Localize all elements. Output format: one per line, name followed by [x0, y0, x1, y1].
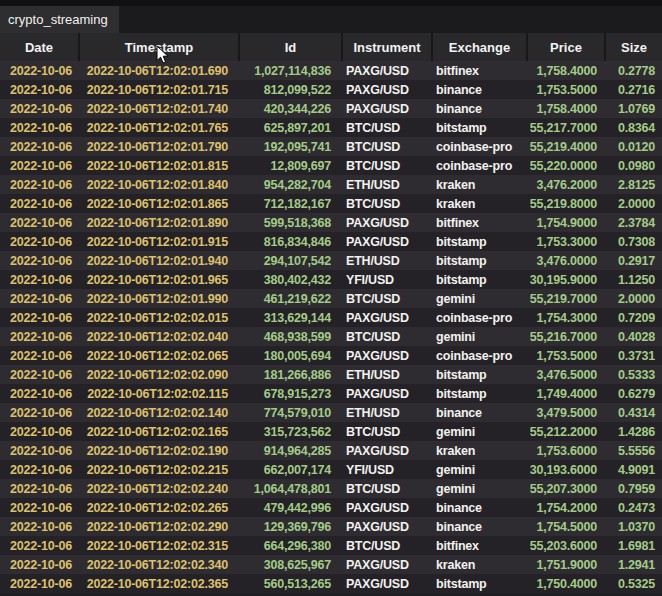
cell-date: 2022-10-06: [0, 80, 78, 99]
cell-exchange: bitstamp: [431, 251, 526, 270]
cell-price: 55,217.7000: [526, 118, 604, 137]
column-header-timestamp[interactable]: Timestamp: [78, 33, 238, 61]
cell-id: 664,296,380: [238, 536, 341, 555]
table-row[interactable]: 2022-10-062022-10-06T12:02:02.290129,369…: [0, 517, 662, 536]
table-row[interactable]: 2022-10-062022-10-06T12:02:02.090181,266…: [0, 365, 662, 384]
cell-timestamp: 2022-10-06T12:02:02.265: [78, 498, 238, 517]
table-row[interactable]: 2022-10-062022-10-06T12:02:02.065180,005…: [0, 346, 662, 365]
cell-id: 914,964,285: [238, 441, 341, 460]
cell-instrument: PAXG/USD: [341, 80, 431, 99]
table-row[interactable]: 2022-10-062022-10-06T12:02:02.115678,915…: [0, 384, 662, 403]
cell-id: 954,282,704: [238, 175, 341, 194]
cell-exchange: bitstamp: [431, 384, 526, 403]
table-row[interactable]: 2022-10-062022-10-06T12:02:01.940294,107…: [0, 251, 662, 270]
cell-timestamp: 2022-10-06T12:02:01.990: [78, 289, 238, 308]
cell-size: 0.2917: [604, 251, 662, 270]
table-row[interactable]: 2022-10-062022-10-06T12:02:02.265479,442…: [0, 498, 662, 517]
cell-instrument: BTC/USD: [341, 479, 431, 498]
cell-size: 0.0120: [604, 137, 662, 156]
table-row[interactable]: 2022-10-062022-10-06T12:02:01.81512,809,…: [0, 156, 662, 175]
table-row[interactable]: 2022-10-062022-10-06T12:02:02.2401,064,4…: [0, 479, 662, 498]
table-row[interactable]: 2022-10-062022-10-06T12:02:02.190914,964…: [0, 441, 662, 460]
column-header-date[interactable]: Date: [0, 33, 78, 61]
table-row[interactable]: 2022-10-062022-10-06T12:02:02.365560,513…: [0, 574, 662, 593]
cell-id: 812,099,522: [238, 80, 341, 99]
cell-size: 0.2778: [604, 61, 662, 80]
column-header-size[interactable]: Size: [604, 33, 662, 61]
cell-date: 2022-10-06: [0, 156, 78, 175]
cell-instrument: PAXG/USD: [341, 555, 431, 574]
cell-price: 1,754.2000: [526, 498, 604, 517]
table-row[interactable]: 2022-10-062022-10-06T12:02:01.840954,282…: [0, 175, 662, 194]
table-row[interactable]: 2022-10-062022-10-06T12:02:02.215662,007…: [0, 460, 662, 479]
cell-instrument: ETH/USD: [341, 365, 431, 384]
cell-price: 1,749.4000: [526, 384, 604, 403]
cell-date: 2022-10-06: [0, 574, 78, 593]
cell-instrument: BTC/USD: [341, 194, 431, 213]
cell-exchange: binance: [431, 517, 526, 536]
cell-exchange: bitfinex: [431, 61, 526, 80]
table-header-row: DateTimestampIdInstrumentExchangePriceSi…: [0, 33, 662, 61]
cell-size: 0.7209: [604, 308, 662, 327]
tab-bar: crypto_streaming: [0, 6, 662, 33]
cell-timestamp: 2022-10-06T12:02:02.090: [78, 365, 238, 384]
table-row[interactable]: 2022-10-062022-10-06T12:02:01.790192,095…: [0, 137, 662, 156]
table-row[interactable]: 2022-10-062022-10-06T12:02:02.315664,296…: [0, 536, 662, 555]
cell-date: 2022-10-06: [0, 232, 78, 251]
table-row[interactable]: 2022-10-062022-10-06T12:02:02.340308,625…: [0, 555, 662, 574]
cell-size: 0.2473: [604, 498, 662, 517]
table-row[interactable]: 2022-10-062022-10-06T12:02:01.6901,027,1…: [0, 61, 662, 80]
cell-size: 0.7959: [604, 479, 662, 498]
cell-timestamp: 2022-10-06T12:02:02.340: [78, 555, 238, 574]
cell-timestamp: 2022-10-06T12:02:02.040: [78, 327, 238, 346]
cell-id: 308,625,967: [238, 555, 341, 574]
table-row[interactable]: 2022-10-062022-10-06T12:02:01.715812,099…: [0, 80, 662, 99]
table-row[interactable]: 2022-10-062022-10-06T12:02:01.990461,219…: [0, 289, 662, 308]
table-row[interactable]: 2022-10-062022-10-06T12:02:01.890599,518…: [0, 213, 662, 232]
cell-date: 2022-10-06: [0, 175, 78, 194]
cell-price: 1,753.5000: [526, 80, 604, 99]
cell-price: 55,216.7000: [526, 327, 604, 346]
column-header-instrument[interactable]: Instrument: [341, 33, 431, 61]
cell-size: 0.5333: [604, 365, 662, 384]
table-row[interactable]: 2022-10-062022-10-06T12:02:01.765625,897…: [0, 118, 662, 137]
cell-instrument: BTC/USD: [341, 137, 431, 156]
table-row[interactable]: 2022-10-062022-10-06T12:02:02.015313,629…: [0, 308, 662, 327]
cell-instrument: ETH/USD: [341, 175, 431, 194]
tab-crypto-streaming[interactable]: crypto_streaming: [0, 6, 119, 33]
cell-date: 2022-10-06: [0, 251, 78, 270]
table-row[interactable]: 2022-10-062022-10-06T12:02:01.915816,834…: [0, 232, 662, 251]
column-header-price[interactable]: Price: [526, 33, 604, 61]
cell-instrument: BTC/USD: [341, 327, 431, 346]
table-row[interactable]: 2022-10-062022-10-06T12:02:01.740420,344…: [0, 99, 662, 118]
cell-instrument: BTC/USD: [341, 422, 431, 441]
cell-exchange: coinbase-pro: [431, 156, 526, 175]
cell-price: 3,476.0000: [526, 251, 604, 270]
cell-price: 1,758.4000: [526, 61, 604, 80]
cell-instrument: PAXG/USD: [341, 346, 431, 365]
column-header-id[interactable]: Id: [238, 33, 341, 61]
cell-instrument: BTC/USD: [341, 536, 431, 555]
cell-price: 3,479.5000: [526, 403, 604, 422]
table-row[interactable]: 2022-10-062022-10-06T12:02:02.040468,938…: [0, 327, 662, 346]
cell-exchange: gemini: [431, 422, 526, 441]
cell-size: 4.9091: [604, 460, 662, 479]
column-header-exchange[interactable]: Exchange: [431, 33, 526, 61]
cell-price: 3,476.2000: [526, 175, 604, 194]
cell-date: 2022-10-06: [0, 460, 78, 479]
cell-date: 2022-10-06: [0, 118, 78, 137]
cell-price: 1,753.5000: [526, 346, 604, 365]
cell-instrument: PAXG/USD: [341, 441, 431, 460]
cell-size: 1.0370: [604, 517, 662, 536]
cell-instrument: PAXG/USD: [341, 213, 431, 232]
table-row[interactable]: 2022-10-062022-10-06T12:02:02.140774,579…: [0, 403, 662, 422]
cell-instrument: PAXG/USD: [341, 517, 431, 536]
cell-price: 3,476.5000: [526, 365, 604, 384]
table-row[interactable]: 2022-10-062022-10-06T12:02:01.865712,182…: [0, 194, 662, 213]
cell-date: 2022-10-06: [0, 99, 78, 118]
cell-id: 774,579,010: [238, 403, 341, 422]
table-row[interactable]: 2022-10-062022-10-06T12:02:01.965380,402…: [0, 270, 662, 289]
table-row[interactable]: 2022-10-062022-10-06T12:02:02.165315,723…: [0, 422, 662, 441]
cell-timestamp: 2022-10-06T12:02:01.865: [78, 194, 238, 213]
tab-label: crypto_streaming: [8, 12, 108, 27]
